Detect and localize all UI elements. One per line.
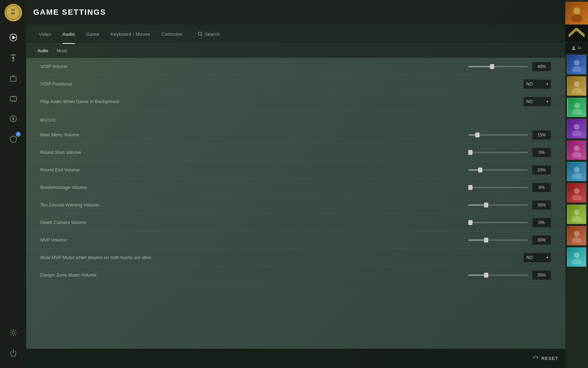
sub-tab-music[interactable]: Music [52,44,72,58]
tab-audio[interactable]: Audio [57,25,81,44]
round-end-volume-control: 20% [464,165,551,175]
settings-content: VOIP Volume 40% VOIP Positional NO ▾ [26,58,565,349]
main-menu-volume-track [468,134,528,136]
tab-controller[interactable]: Controller [156,25,188,44]
sidebar-item-compass[interactable] [5,110,22,128]
profile-avatar[interactable] [565,2,588,25]
sidebar-item-shield[interactable]: + [5,130,22,148]
friend-avatar-3[interactable] [567,98,586,117]
bomb-hostage-volume-label: Bomb/Hostage Volume [40,185,464,190]
svg-point-35 [572,173,582,179]
bomb-hostage-volume-thumb[interactable] [468,185,472,190]
reset-icon [532,355,539,362]
tab-search[interactable]: Search [192,25,226,44]
danger-zone-music-volume-control: 30% [464,270,551,280]
death-camera-volume-control: 0% [464,218,551,227]
round-start-volume-slider[interactable] [468,149,528,156]
mute-mvp-music-dropdown[interactable]: NO ▾ [523,253,551,263]
sub-tab-audio[interactable]: Audio [33,44,52,58]
tab-video[interactable]: Video [33,25,57,44]
friend-avatar-2[interactable] [567,76,586,96]
death-camera-volume-slider[interactable] [468,219,528,226]
mvp-volume-slider[interactable] [468,237,528,244]
svg-point-30 [574,124,580,130]
mute-mvp-music-label: Mute MVP Music when players on both team… [40,255,464,260]
danger-zone-music-volume-fill [468,274,486,276]
svg-line-19 [201,35,202,36]
ten-second-warning-volume-slider[interactable] [468,202,528,209]
setting-row-mvp-volume: MVP Volume 30% [26,231,565,249]
main-menu-volume-thumb[interactable] [475,132,479,137]
danger-zone-music-volume-thumb[interactable] [484,273,488,278]
death-camera-volume-track [468,222,528,223]
voip-volume-slider[interactable] [468,63,528,70]
tab-keyboard-mouse[interactable]: Keyboard / Mouse [105,25,156,44]
round-end-volume-thumb[interactable] [478,168,482,172]
ten-second-warning-volume-fill [468,204,486,206]
bomb-hostage-volume-control: 0% [464,183,551,192]
friend-avatar-4[interactable] [567,119,586,138]
bomb-hostage-volume-slider[interactable] [468,184,528,191]
danger-zone-music-volume-track [468,274,528,276]
svg-rect-9 [10,97,16,101]
svg-marker-4 [12,36,16,39]
svg-text:CS: CS [11,9,15,11]
main-menu-volume-slider[interactable] [468,131,528,138]
voip-positional-dropdown[interactable]: NO ▾ [523,79,551,89]
round-start-volume-thumb[interactable] [468,150,472,155]
setting-row-ten-second-warning-volume: Ten Second Warning Volume 30% [26,196,565,214]
tab-game[interactable]: Game [80,25,105,44]
left-sidebar: CS GO [0,0,26,368]
svg-point-41 [572,237,582,243]
svg-point-23 [572,48,575,50]
svg-point-22 [573,46,575,48]
svg-point-27 [572,88,582,93]
play-audio-background-label: Play Audio When Game In Background [40,99,464,104]
voip-volume-thumb[interactable] [490,64,494,69]
bomb-hostage-volume-value: 0% [532,183,551,192]
friend-avatar-5[interactable] [567,141,586,160]
friend-avatar-6[interactable] [567,162,586,181]
danger-zone-music-volume-slider[interactable] [468,272,528,279]
death-camera-volume-thumb[interactable] [468,220,472,225]
round-end-volume-track [468,169,528,171]
sidebar-item-inventory[interactable] [5,69,22,87]
sidebar-item-tv[interactable] [5,90,22,107]
tab-nav: Video Audio Game Keyboard / Mouse Contro… [26,25,565,44]
round-start-volume-control: 0% [464,148,551,157]
friend-avatar-10[interactable] [567,247,586,267]
voip-volume-fill [468,66,492,67]
play-audio-background-dropdown[interactable]: NO ▾ [523,97,551,107]
mvp-volume-label: MVP Volume [40,237,464,243]
ten-second-warning-volume-thumb[interactable] [484,203,488,207]
svg-point-42 [574,252,580,258]
csgo-logo: CS GO [5,4,22,21]
svg-point-28 [574,103,580,108]
page-title: GAME SETTINGS [33,8,106,17]
svg-point-26 [574,81,580,87]
sidebar-item-settings[interactable] [5,324,22,341]
sidebar-item-play[interactable] [5,29,22,46]
mvp-volume-value: 30% [532,235,551,245]
svg-point-36 [574,188,580,194]
svg-point-43 [572,259,582,264]
friend-avatar-8[interactable] [567,205,586,224]
reset-label: RESET [541,356,558,361]
svg-point-39 [572,216,582,222]
friend-avatar-9[interactable] [567,226,586,245]
mvp-volume-thumb[interactable] [484,238,488,243]
svg-point-32 [574,145,580,151]
friend-avatar-1[interactable] [567,55,586,74]
setting-row-danger-zone-music-volume: Danger Zone Music Volume 30% [26,266,565,284]
reset-button[interactable]: RESET [532,355,558,362]
svg-rect-8 [10,77,16,81]
sidebar-item-power[interactable] [5,344,22,362]
ten-second-warning-volume-value: 30% [532,200,551,210]
mute-mvp-music-control: NO ▾ [464,253,551,263]
setting-row-mute-mvp-music: Mute MVP Music when players on both team… [26,249,565,266]
sidebar-item-broadcast[interactable] [5,49,22,67]
ten-second-warning-volume-control: 30% [464,200,551,210]
setting-row-bomb-hostage-volume: Bomb/Hostage Volume 0% [26,179,565,196]
friend-avatar-7[interactable] [567,183,586,203]
round-end-volume-slider[interactable] [468,166,528,173]
